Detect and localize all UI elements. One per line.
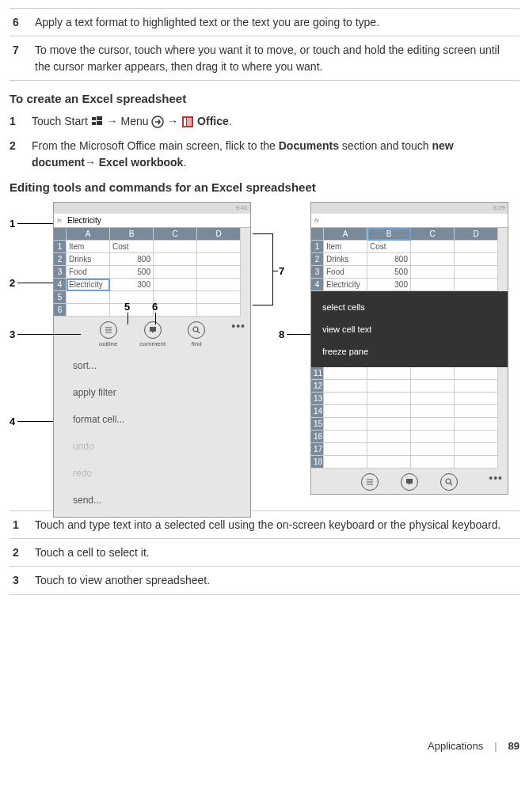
cell[interactable] [411, 380, 455, 393]
cell[interactable] [367, 443, 411, 456]
cell[interactable] [411, 431, 455, 443]
outline-button[interactable]: outline [99, 321, 118, 347]
cell[interactable] [67, 291, 110, 304]
row-header[interactable]: 4 [54, 279, 67, 291]
cell[interactable]: Electricity [324, 279, 367, 291]
cell[interactable] [455, 456, 498, 469]
cell[interactable]: 300 [110, 279, 154, 291]
cell[interactable] [411, 253, 455, 266]
cell[interactable] [367, 367, 411, 380]
cell[interactable] [110, 291, 154, 304]
cell[interactable] [411, 456, 455, 469]
comment-button[interactable] [401, 473, 418, 492]
cell[interactable]: Drinks [67, 253, 110, 266]
comment-button[interactable]: comment [139, 321, 166, 347]
cell[interactable] [455, 380, 498, 393]
menu-item-sort[interactable]: sort... [62, 352, 242, 379]
cell[interactable] [455, 253, 498, 266]
row-header[interactable]: 16 [311, 431, 324, 443]
cell[interactable]: Item [324, 241, 367, 253]
cell[interactable]: Food [67, 266, 110, 279]
cell[interactable] [324, 431, 367, 443]
more-icon[interactable]: ••• [489, 472, 503, 484]
row-header[interactable]: 6 [54, 304, 67, 317]
cell[interactable] [324, 380, 367, 393]
cell[interactable] [455, 266, 498, 279]
cell[interactable] [324, 456, 367, 469]
cell[interactable] [455, 279, 498, 291]
find-button[interactable]: find [188, 321, 205, 347]
row-header[interactable]: 18 [311, 456, 324, 469]
cell[interactable] [455, 393, 498, 405]
cell[interactable] [455, 241, 498, 253]
row-header[interactable]: 13 [311, 393, 324, 405]
cell[interactable] [411, 367, 455, 380]
cell[interactable] [411, 393, 455, 405]
find-button[interactable] [440, 473, 458, 492]
formula-bar[interactable]: fx [311, 214, 508, 228]
cell[interactable]: 500 [110, 266, 154, 279]
cell[interactable] [367, 456, 411, 469]
cell[interactable] [324, 405, 367, 418]
cell[interactable] [197, 253, 241, 266]
col-header[interactable]: B [110, 228, 154, 241]
cell[interactable] [324, 443, 367, 456]
col-header[interactable]: D [455, 228, 498, 241]
cell[interactable] [154, 266, 197, 279]
cell[interactable] [367, 393, 411, 405]
row-header[interactable]: 5 [54, 291, 67, 304]
cell[interactable] [411, 279, 455, 291]
cell[interactable] [367, 405, 411, 418]
cell-selected[interactable]: Electricity [67, 279, 110, 291]
ctx-select-cells[interactable]: select cells [311, 296, 508, 318]
cell[interactable] [197, 291, 241, 304]
row-header[interactable]: 3 [311, 266, 324, 279]
row-header[interactable]: 17 [311, 443, 324, 456]
row-header[interactable]: 1 [311, 241, 324, 253]
cell[interactable] [411, 418, 455, 431]
cell[interactable] [197, 241, 241, 253]
cell[interactable] [324, 367, 367, 380]
spreadsheet-grid-bottom[interactable]: 11 12 13 14 15 16 17 18 [311, 367, 508, 469]
menu-item-filter[interactable]: apply filter [62, 379, 242, 406]
cell[interactable] [455, 431, 498, 443]
col-header[interactable]: C [411, 228, 455, 241]
cell[interactable] [411, 266, 455, 279]
cell[interactable] [455, 367, 498, 380]
cell[interactable]: Cost [110, 241, 154, 253]
cell[interactable]: 500 [367, 266, 411, 279]
formula-input[interactable] [65, 215, 250, 226]
menu-item-send[interactable]: send... [62, 487, 242, 514]
cell[interactable] [197, 266, 241, 279]
cell[interactable] [455, 418, 498, 431]
cell[interactable] [411, 241, 455, 253]
row-header[interactable]: 4 [311, 279, 324, 291]
cell[interactable] [67, 304, 110, 317]
cell[interactable] [154, 253, 197, 266]
row-header[interactable]: 2 [311, 253, 324, 266]
cell[interactable]: Cost [367, 241, 411, 253]
row-header[interactable]: 1 [54, 241, 67, 253]
more-icon[interactable]: ••• [231, 320, 245, 332]
cell[interactable] [197, 304, 241, 317]
row-header[interactable]: 14 [311, 405, 324, 418]
col-header[interactable]: B [367, 228, 411, 241]
cell[interactable] [324, 418, 367, 431]
row-header[interactable]: 12 [311, 380, 324, 393]
col-header[interactable]: C [154, 228, 197, 241]
row-header[interactable]: 15 [311, 418, 324, 431]
cell[interactable]: 300 [367, 279, 411, 291]
col-header[interactable]: A [67, 228, 110, 241]
outline-button[interactable] [361, 473, 379, 492]
cell[interactable] [411, 405, 455, 418]
cell[interactable] [367, 418, 411, 431]
spreadsheet-grid[interactable]: A B C D 1 Item Cost 2 Drinks 800 3 Food … [311, 228, 508, 291]
ctx-freeze-pane[interactable]: freeze pane [311, 340, 508, 362]
ctx-view-text[interactable]: view cell text [311, 318, 508, 340]
cell[interactable] [154, 279, 197, 291]
cell[interactable] [455, 405, 498, 418]
cell[interactable] [411, 443, 455, 456]
cell[interactable]: 800 [110, 253, 154, 266]
cell[interactable]: Food [324, 266, 367, 279]
cell[interactable] [154, 241, 197, 253]
